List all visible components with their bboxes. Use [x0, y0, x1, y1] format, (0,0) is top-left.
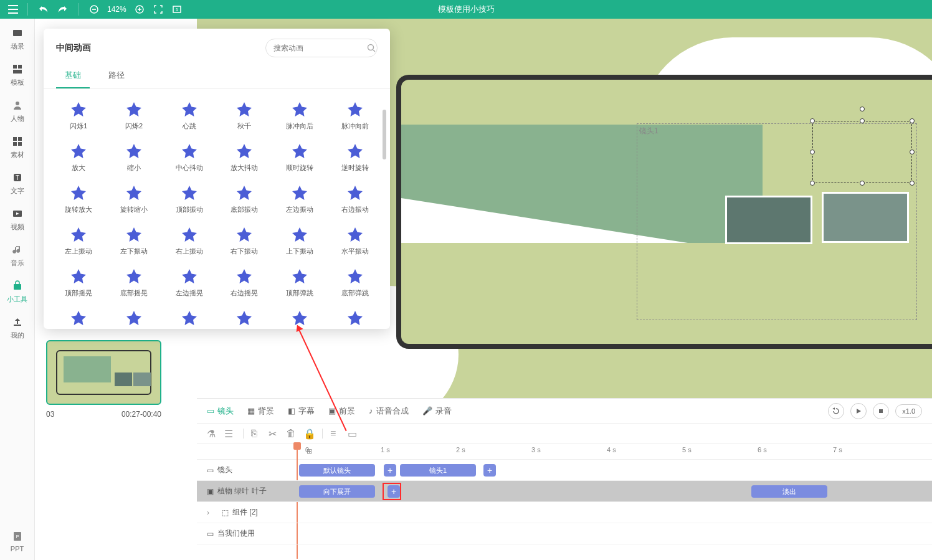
- layers-icon[interactable]: ☰: [224, 428, 235, 439]
- animation-option[interactable]: 放大抖动: [218, 137, 271, 176]
- animation-option[interactable]: 右下振动: [218, 221, 271, 260]
- copy-icon[interactable]: ⎘: [251, 428, 262, 439]
- animation-option[interactable]: 旋转放大: [52, 179, 105, 218]
- tab-basic[interactable]: 基础: [56, 64, 90, 88]
- selection-box[interactable]: [812, 121, 912, 183]
- speed-indicator[interactable]: x1.0: [895, 404, 922, 418]
- tl-tab-shot[interactable]: ▭镜头: [207, 406, 234, 417]
- animation-option[interactable]: 左边弹跳: [52, 304, 105, 327]
- sidebar-item-text[interactable]: T文字: [4, 171, 31, 196]
- add-shot-button[interactable]: +: [384, 464, 396, 477]
- animation-option[interactable]: 右边摇晃: [218, 262, 271, 301]
- fit-button[interactable]: [151, 2, 166, 17]
- clip-fadeout[interactable]: 淡出: [751, 485, 827, 498]
- sidebar-item-ppt[interactable]: PPPT: [4, 529, 31, 553]
- cut-icon[interactable]: ✂: [269, 428, 280, 439]
- animation-option[interactable]: 上下振动: [273, 221, 326, 260]
- animation-name: 中心抖动: [176, 163, 203, 173]
- animation-search[interactable]: [265, 39, 378, 57]
- tab-path[interactable]: 路径: [100, 64, 133, 88]
- animation-option[interactable]: 脉冲向后: [273, 95, 326, 135]
- filter-icon[interactable]: ⚗: [207, 428, 218, 439]
- star-icon: [68, 99, 89, 120]
- rewind-button[interactable]: [828, 403, 844, 419]
- animation-option[interactable]: 闪烁1: [52, 95, 105, 135]
- animation-option[interactable]: 水平果冻: [163, 304, 216, 327]
- animation-option[interactable]: 垂直果冻: [218, 304, 271, 327]
- sidebar-item-video[interactable]: 视频: [4, 207, 31, 232]
- star-icon: [345, 266, 366, 287]
- zoom-in-button[interactable]: [132, 2, 147, 17]
- animation-option[interactable]: 顶部弹跳: [273, 262, 326, 301]
- animation-option[interactable]: 旋转缩小: [108, 179, 161, 218]
- star-icon: [179, 183, 200, 204]
- track-leaf[interactable]: ▣植物 绿叶 叶子 向下展开 + 淡出: [197, 481, 932, 502]
- delete-icon[interactable]: 🗑: [286, 428, 297, 439]
- track-shot[interactable]: ▭镜头 默认镜头 + 镜头1 +: [197, 460, 932, 481]
- clip-default-shot[interactable]: 默认镜头: [299, 464, 375, 477]
- sidebar-item-tools[interactable]: 小工具: [4, 279, 31, 304]
- sidebar-item-people[interactable]: 人物: [4, 98, 31, 123]
- animation-option[interactable]: 右角果冻: [328, 304, 381, 327]
- search-input[interactable]: [273, 44, 367, 52]
- timeline-ruler[interactable]: ⊞ 0 1 s 2 s 3 s 4 s 5 s 6 s 7 s: [197, 444, 932, 460]
- expand-icon[interactable]: ›: [207, 508, 216, 517]
- mic-icon: 🎤: [422, 406, 432, 415]
- menu-button[interactable]: [5, 1, 21, 17]
- animation-option[interactable]: 水平振动: [328, 221, 381, 260]
- animation-option[interactable]: 顶部摇晃: [52, 262, 105, 301]
- animation-option[interactable]: 放大: [52, 137, 105, 176]
- element-icon: ▭: [207, 529, 214, 538]
- sidebar-item-templates[interactable]: 模板: [4, 62, 31, 87]
- animation-option[interactable]: 心跳: [163, 95, 216, 135]
- track-group[interactable]: ›⬚组件 [2]: [197, 502, 932, 523]
- clip-expand-down[interactable]: 向下展开: [299, 485, 375, 498]
- sidebar-item-music[interactable]: 音乐: [4, 243, 31, 268]
- animation-option[interactable]: 右边弹跳: [108, 304, 161, 327]
- animation-option[interactable]: 左下振动: [108, 221, 161, 260]
- animation-option[interactable]: 左边摇晃: [163, 262, 216, 301]
- animation-option[interactable]: 左边振动: [273, 179, 326, 218]
- clip-shot1[interactable]: 镜头1: [400, 464, 476, 477]
- animation-option[interactable]: 左上振动: [52, 221, 105, 260]
- track-extra[interactable]: ▭当我们使用: [197, 523, 932, 544]
- timeline-panel: ▭镜头 ▦背景 ◧字幕 ▣前景 ♪语音合成 🎤录音 x1.0 ⚗ ☰ ⎘ ✂ 🗑…: [197, 398, 932, 560]
- animation-option[interactable]: 中心抖动: [163, 137, 216, 176]
- zoom-out-button[interactable]: [87, 2, 102, 17]
- scene-thumbnail[interactable]: [46, 340, 161, 405]
- tl-tab-subtitle[interactable]: ◧字幕: [288, 406, 315, 417]
- animation-option[interactable]: 右边振动: [328, 179, 381, 218]
- animation-option[interactable]: 逆时旋转: [328, 137, 381, 176]
- animation-option[interactable]: 底部弹跳: [328, 262, 381, 301]
- sidebar-item-scenes[interactable]: 场景: [4, 26, 31, 51]
- add-shot-button-2[interactable]: +: [483, 464, 496, 477]
- undo-button[interactable]: [36, 2, 51, 17]
- tl-tab-record[interactable]: 🎤录音: [422, 406, 452, 417]
- animation-name: 脉冲向前: [341, 121, 369, 131]
- tl-tab-bg[interactable]: ▦背景: [247, 406, 274, 417]
- tl-tab-tts[interactable]: ♪语音合成: [369, 406, 409, 417]
- align-icon[interactable]: ≡: [330, 428, 341, 439]
- animation-name: 旋转缩小: [120, 205, 148, 214]
- play-button[interactable]: [850, 403, 867, 419]
- animation-option[interactable]: 底部振动: [218, 179, 271, 218]
- lock-icon[interactable]: 🔒: [303, 428, 315, 439]
- sidebar-item-assets[interactable]: 素材: [4, 135, 31, 159]
- animation-option[interactable]: 底部摇晃: [108, 262, 161, 301]
- star-icon: [234, 308, 255, 327]
- highlight-box: [383, 483, 401, 500]
- animation-option[interactable]: 顺时旋转: [273, 137, 326, 176]
- tl-tab-fg[interactable]: ▣前景: [328, 406, 355, 417]
- actual-size-button[interactable]: 1: [169, 2, 184, 17]
- scrollbar[interactable]: [383, 110, 386, 159]
- snap-icon[interactable]: ▭: [348, 428, 359, 439]
- animation-option[interactable]: 右上振动: [163, 221, 216, 260]
- redo-button[interactable]: [55, 2, 70, 17]
- animation-option[interactable]: 顶部振动: [163, 179, 216, 218]
- stop-button[interactable]: [873, 403, 889, 419]
- animation-option[interactable]: 秋千: [218, 95, 271, 135]
- animation-option[interactable]: 闪烁2: [108, 95, 161, 135]
- sidebar-item-my[interactable]: 我的: [4, 315, 31, 340]
- animation-option[interactable]: 脉冲向前: [328, 95, 381, 135]
- animation-option[interactable]: 缩小: [108, 137, 161, 176]
